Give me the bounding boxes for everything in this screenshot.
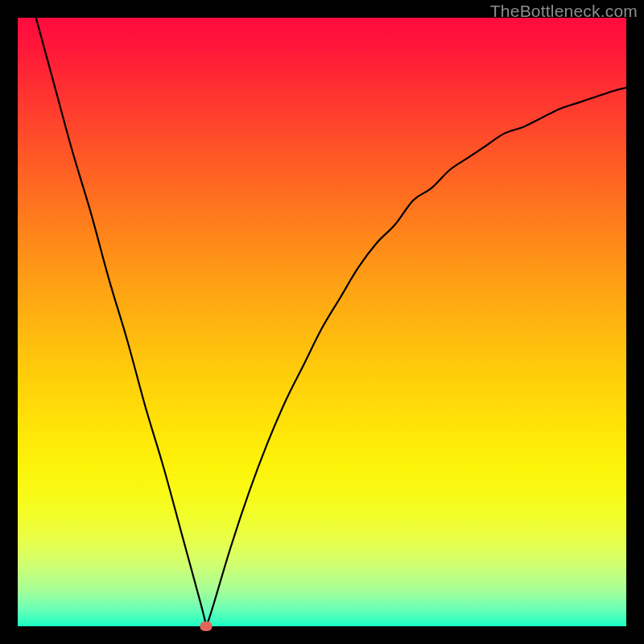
bottleneck-curve bbox=[18, 18, 626, 626]
minimum-marker bbox=[200, 621, 213, 631]
chart-frame bbox=[18, 18, 626, 626]
watermark: TheBottleneck.com bbox=[490, 2, 638, 21]
